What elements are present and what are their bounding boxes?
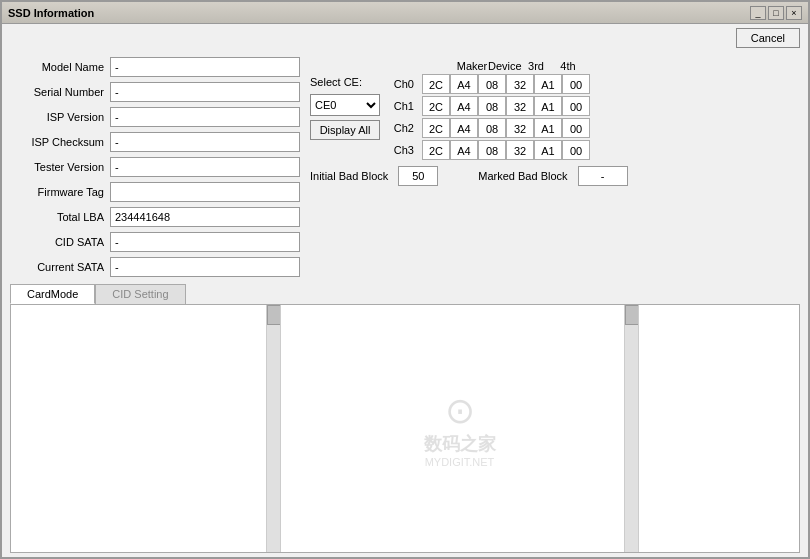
fourth-header: 4th	[552, 60, 584, 72]
ch1-b3: 08	[478, 96, 506, 116]
current-sata-label: Current SATA	[10, 261, 110, 273]
ch3-b5: A1	[534, 140, 562, 160]
isp-checksum-row: ISP Checksum	[10, 131, 300, 153]
initial-bad-block-label: Initial Bad Block	[310, 170, 388, 182]
ch3-device: A4	[450, 140, 478, 160]
ce-section: Select CE: CE0 CE1 CE2 CE3 Display All	[310, 56, 800, 162]
cancel-button[interactable]: Cancel	[736, 28, 800, 48]
current-sata-input[interactable]	[110, 257, 300, 277]
serial-number-label: Serial Number	[10, 86, 110, 98]
tab-cid-setting[interactable]: CID Setting	[95, 284, 185, 304]
ce-select[interactable]: CE0 CE1 CE2 CE3	[310, 94, 380, 116]
isp-version-input[interactable]	[110, 107, 300, 127]
tab-panel-3	[639, 305, 799, 552]
tester-version-label: Tester Version	[10, 161, 110, 173]
tab-content-area: ⊙ 数码之家 MYDIGIT.NET	[10, 304, 800, 553]
firmware-tag-label: Firmware Tag	[10, 186, 110, 198]
left-fields: Model Name Serial Number ISP Version ISP…	[10, 56, 300, 278]
tester-version-input[interactable]	[110, 157, 300, 177]
ch0-row: Ch0 2C A4 08 32 A1 00	[388, 74, 648, 94]
total-lba-label: Total LBA	[10, 211, 110, 223]
tab-panel-1	[11, 305, 281, 552]
tester-version-row: Tester Version	[10, 156, 300, 178]
ch1-row: Ch1 2C A4 08 32 A1 00	[388, 96, 648, 116]
tabs-section: CardMode CID Setting ⊙ 数码之家 M	[10, 284, 800, 553]
serial-number-row: Serial Number	[10, 81, 300, 103]
ch3-b6: 00	[562, 140, 590, 160]
chip-id-table: Maker Device 3rd 4th Ch0 2C A4	[388, 56, 648, 162]
ch1-b6: 00	[562, 96, 590, 116]
window-title: SSD Information	[8, 7, 94, 19]
watermark: ⊙ 数码之家 MYDIGIT.NET	[424, 390, 496, 468]
ch2-maker: 2C	[422, 118, 450, 138]
display-all-button[interactable]: Display All	[310, 120, 380, 140]
model-name-label: Model Name	[10, 61, 110, 73]
model-name-row: Model Name	[10, 56, 300, 78]
ch2-b4: 32	[506, 118, 534, 138]
cid-sata-input[interactable]	[110, 232, 300, 252]
ch3-b3: 08	[478, 140, 506, 160]
isp-version-label: ISP Version	[10, 111, 110, 123]
cid-sata-label: CID SATA	[10, 236, 110, 248]
scroll-area-1[interactable]	[11, 305, 280, 552]
marked-bad-block-input[interactable]	[578, 166, 628, 186]
model-name-input[interactable]	[110, 57, 300, 77]
total-lba-row: Total LBA	[10, 206, 300, 228]
watermark-text2: MYDIGIT.NET	[424, 456, 496, 468]
firmware-tag-input[interactable]	[110, 182, 300, 202]
third-header: 3rd	[520, 60, 552, 72]
tab-cardmode[interactable]: CardMode	[10, 284, 95, 304]
ch2-b6: 00	[562, 118, 590, 138]
ch2-device: A4	[450, 118, 478, 138]
ch2-b3: 08	[478, 118, 506, 138]
ch3-label: Ch3	[388, 144, 418, 156]
ch0-device: A4	[450, 74, 478, 94]
main-window: SSD Information _ □ × Cancel Model Name …	[0, 0, 810, 559]
current-sata-row: Current SATA	[10, 256, 300, 278]
tab-bar: CardMode CID Setting	[10, 284, 800, 304]
ch1-maker: 2C	[422, 96, 450, 116]
scroll-area-3[interactable]	[639, 305, 799, 552]
ch0-b4: 32	[506, 74, 534, 94]
scrollbar-thumb-1[interactable]	[267, 305, 281, 325]
ch2-row: Ch2 2C A4 08 32 A1 00	[388, 118, 648, 138]
ce-controls: Select CE: CE0 CE1 CE2 CE3 Display All	[310, 56, 380, 140]
ch2-label: Ch2	[388, 122, 418, 134]
close-button[interactable]: ×	[786, 6, 802, 20]
ch3-row: Ch3 2C A4 08 32 A1 00	[388, 140, 648, 160]
watermark-icon: ⊙	[424, 390, 496, 432]
ch0-label: Ch0	[388, 78, 418, 90]
scrollbar-thumb-2[interactable]	[625, 305, 639, 325]
ch0-b3: 08	[478, 74, 506, 94]
scrollbar-2[interactable]	[624, 305, 638, 552]
top-section: Model Name Serial Number ISP Version ISP…	[10, 56, 800, 278]
maximize-button[interactable]: □	[768, 6, 784, 20]
serial-number-input[interactable]	[110, 82, 300, 102]
watermark-text1: 数码之家	[424, 432, 496, 456]
ch3-b4: 32	[506, 140, 534, 160]
title-bar-controls: _ □ ×	[750, 6, 802, 20]
initial-bad-block-input[interactable]	[398, 166, 438, 186]
minimize-button[interactable]: _	[750, 6, 766, 20]
ch0-b6: 00	[562, 74, 590, 94]
scrollbar-1[interactable]	[266, 305, 280, 552]
select-ce-label: Select CE:	[310, 76, 380, 88]
ch1-device: A4	[450, 96, 478, 116]
ch0-b5: A1	[534, 74, 562, 94]
chip-header-row: Maker Device 3rd 4th	[388, 60, 648, 72]
tab-panel-2: ⊙ 数码之家 MYDIGIT.NET	[281, 305, 639, 552]
main-content: Model Name Serial Number ISP Version ISP…	[2, 52, 808, 557]
ch2-b5: A1	[534, 118, 562, 138]
bad-block-row: Initial Bad Block Marked Bad Block	[310, 166, 800, 186]
isp-checksum-input[interactable]	[110, 132, 300, 152]
isp-checksum-label: ISP Checksum	[10, 136, 110, 148]
cid-sata-row: CID SATA	[10, 231, 300, 253]
ch1-label: Ch1	[388, 100, 418, 112]
ch0-maker: 2C	[422, 74, 450, 94]
isp-version-row: ISP Version	[10, 106, 300, 128]
total-lba-input[interactable]	[110, 207, 300, 227]
ch1-b5: A1	[534, 96, 562, 116]
firmware-tag-row: Firmware Tag	[10, 181, 300, 203]
toolbar: Cancel	[2, 24, 808, 52]
maker-header: Maker	[456, 60, 488, 72]
